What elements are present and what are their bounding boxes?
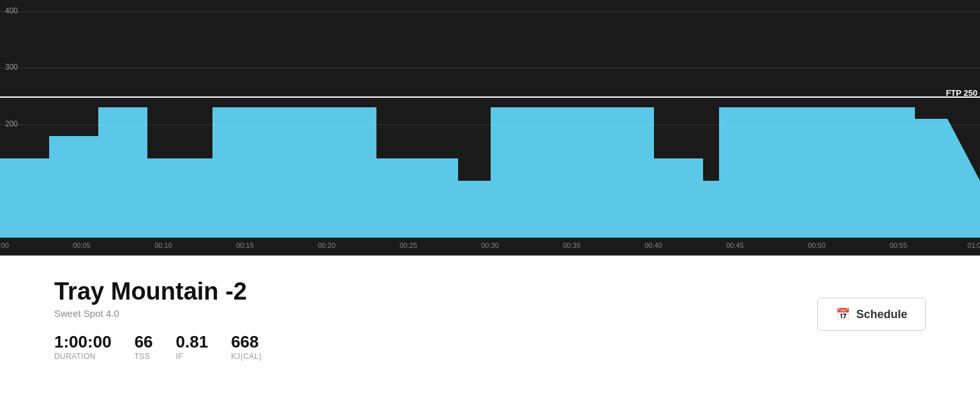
x-tick-60: 01:0: [967, 241, 980, 249]
grid-line-300: [0, 68, 980, 68]
svg-rect-6: [458, 181, 491, 238]
stat-if-value: 0.81: [176, 333, 209, 351]
workout-chart: 400 300 200 FTP 250 00:00 00:05 00:10 00…: [0, 0, 980, 256]
schedule-button[interactable]: 📅 Schedule: [817, 298, 926, 331]
x-tick-5: 00:05: [73, 241, 91, 249]
x-tick-10: 00:10: [154, 241, 172, 249]
grid-line-400: [0, 11, 980, 12]
svg-rect-3: [147, 158, 212, 238]
x-tick-25: 00:25: [399, 241, 417, 249]
svg-rect-11: [915, 119, 947, 238]
x-tick-45: 00:45: [726, 241, 744, 249]
ftp-label: FTP 250: [946, 88, 977, 98]
svg-rect-0: [0, 158, 49, 238]
svg-rect-8: [654, 158, 703, 238]
grid-line-200: [0, 125, 980, 125]
stat-if-label: IF: [176, 352, 209, 361]
workout-info: Tray Mountain -2 Sweet Spot 4.0 1:00:00 …: [54, 279, 262, 361]
x-axis: 00:00 00:05 00:10 00:15 00:20 00:25 00:3…: [0, 238, 980, 256]
x-tick-20: 00:20: [318, 241, 336, 249]
svg-rect-7: [491, 107, 654, 238]
y-label-200: 200: [5, 119, 18, 128]
stat-if: 0.81 IF: [176, 333, 209, 362]
workout-title: Tray Mountain -2: [54, 279, 262, 305]
x-tick-15: 00:15: [236, 241, 254, 249]
svg-rect-5: [376, 158, 458, 238]
stat-tss: 66 TSS: [135, 333, 153, 362]
stat-tss-value: 66: [135, 333, 153, 351]
svg-marker-12: [947, 119, 980, 238]
stat-duration-value: 1:00:00: [54, 333, 112, 351]
stat-duration: 1:00:00 DURATION: [54, 333, 112, 362]
stat-kj-value: 668: [231, 333, 262, 351]
x-tick-40: 00:40: [644, 241, 662, 249]
x-tick-35: 00:35: [563, 241, 581, 249]
calendar-icon: 📅: [836, 307, 850, 321]
svg-rect-9: [703, 181, 719, 238]
x-tick-30: 00:30: [481, 241, 499, 249]
stat-kj: 668 KJ(CAL): [231, 333, 262, 362]
y-label-300: 300: [5, 63, 18, 72]
svg-rect-2: [98, 107, 147, 238]
stat-duration-label: DURATION: [54, 352, 112, 361]
x-tick-50: 00:50: [808, 241, 826, 249]
info-section: Tray Mountain -2 Sweet Spot 4.0 1:00:00 …: [0, 256, 980, 380]
x-tick-0: 00:00: [0, 241, 9, 249]
workout-subtitle: Sweet Spot 4.0: [54, 308, 262, 319]
stats-row: 1:00:00 DURATION 66 TSS 0.81 IF 668 KJ(C…: [54, 333, 262, 362]
stat-kj-label: KJ(CAL): [231, 352, 262, 361]
y-label-400: 400: [5, 6, 18, 15]
svg-rect-1: [49, 136, 98, 238]
x-tick-55: 00:55: [889, 241, 907, 249]
svg-rect-10: [719, 107, 915, 238]
stat-tss-label: TSS: [135, 352, 153, 361]
schedule-button-label: Schedule: [856, 308, 907, 321]
svg-rect-4: [212, 107, 376, 238]
ftp-line: [0, 96, 980, 98]
